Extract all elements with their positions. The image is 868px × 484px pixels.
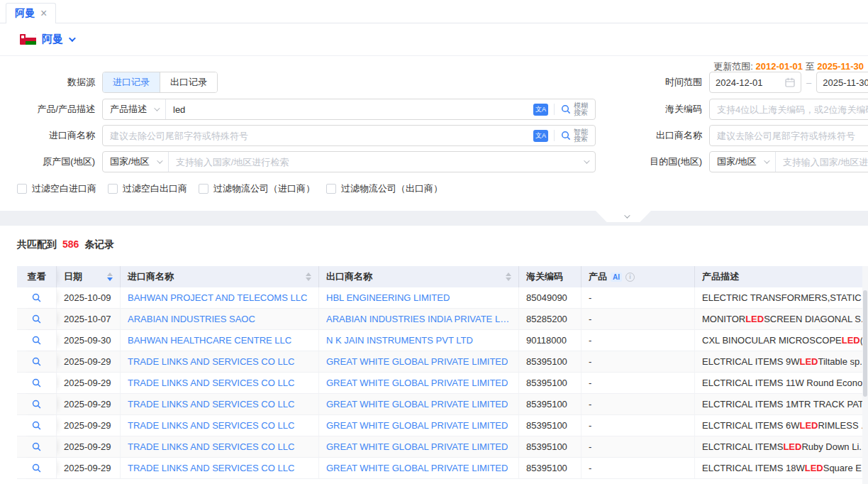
exporter-link[interactable]: HBL ENGINEERING LIMITED <box>326 292 450 303</box>
checkbox-filter-blank-exporter[interactable]: 过滤空白出口商 <box>108 182 187 195</box>
table-row: 2025-09-30 BAHWAN HEALTHCARE CENTRE LLC … <box>17 330 868 351</box>
magnifier-icon <box>31 420 42 431</box>
scrollbar-thumb[interactable] <box>863 290 867 397</box>
product-search-group: 产品描述 文A 模糊 搜索 <box>102 99 596 120</box>
row-hs-code: 85049090 <box>519 287 582 308</box>
row-product: - <box>582 309 695 329</box>
chevron-down-icon <box>624 212 630 218</box>
view-button[interactable] <box>31 463 42 473</box>
exporter-link[interactable]: ARABIAN INDUSTRIES INDIA PRIVATE LIMIT..… <box>326 314 511 324</box>
checkbox-filter-blank-importer[interactable]: 过滤空白进口商 <box>17 182 96 195</box>
row-date: 2025-09-29 <box>57 373 121 393</box>
view-button[interactable] <box>31 441 42 452</box>
chevron-down-icon <box>157 158 162 163</box>
row-date: 2025-09-29 <box>57 436 121 457</box>
chevron-down-icon[interactable] <box>69 35 76 42</box>
importer-link[interactable]: BAHWAN PROJECT AND TELECOMS LLC <box>128 292 307 303</box>
search-form: 更新范围: 2012-01-01 至 2025-11-30 数据源 进口记录 出… <box>0 56 868 211</box>
destination-country-input[interactable] <box>776 152 868 172</box>
header-date[interactable]: 日期 <box>57 266 121 287</box>
exporter-label: 出口商名称 <box>640 129 702 142</box>
importer-link[interactable]: TRADE LINKS AND SERVICES CO LLC <box>128 378 294 388</box>
origin-country-select[interactable]: 国家/地区 <box>103 152 169 172</box>
close-icon[interactable]: × <box>40 8 47 19</box>
collapse-button[interactable] <box>596 211 651 222</box>
exporter-link[interactable]: GREAT WHITE GLOBAL PRIVATE LIMITED <box>326 399 508 409</box>
row-product: - <box>582 373 695 393</box>
country-selector[interactable]: 阿曼 <box>42 33 63 46</box>
translate-icon[interactable]: 文A <box>533 130 548 142</box>
calendar-icon[interactable] <box>785 77 795 87</box>
product-label: 产品/产品描述 <box>17 103 95 116</box>
exporter-link[interactable]: GREAT WHITE GLOBAL PRIVATE LIMITED <box>326 420 508 431</box>
checkbox-filter-logistics-importer[interactable]: 过滤物流公司（进口商） <box>199 182 315 195</box>
search-icon <box>560 104 572 115</box>
header-exporter[interactable]: 出口商名称 <box>319 266 519 287</box>
date-start-input[interactable] <box>716 77 781 88</box>
importer-link[interactable]: TRADE LINKS AND SERVICES CO LLC <box>128 356 294 367</box>
row-description: ELECTRIC TRANSFORMERS,STATIC C... <box>695 287 868 308</box>
magnifier-icon <box>31 314 42 324</box>
importer-link[interactable]: TRADE LINKS AND SERVICES CO LLC <box>128 463 294 473</box>
date-end-input[interactable] <box>823 77 868 88</box>
view-button[interactable] <box>31 399 42 409</box>
product-search-input[interactable] <box>166 99 526 119</box>
translate-icon[interactable]: 文A <box>533 104 548 116</box>
exporter-link[interactable]: GREAT WHITE GLOBAL PRIVATE LIMITED <box>326 463 508 473</box>
checkbox-filter-logistics-exporter[interactable]: 过滤物流公司（出口商） <box>326 182 443 195</box>
importer-link[interactable]: ARABIAN INDUSTRIES SAOC <box>128 314 255 324</box>
sort-icon[interactable] <box>306 273 311 281</box>
checkbox-icon <box>326 184 336 194</box>
origin-country-input[interactable] <box>169 152 584 172</box>
view-button[interactable] <box>31 314 42 324</box>
header-hs-code: 海关编码 <box>519 266 582 287</box>
table-row: 2025-09-29 TRADE LINKS AND SERVICES CO L… <box>17 373 868 394</box>
view-button[interactable] <box>31 378 42 388</box>
row-description: ELCTRICAL ITEMS 9W LED Tiltable sp... <box>695 351 868 372</box>
row-product: - <box>582 394 695 414</box>
importer-link[interactable]: BAHWAN HEALTHCARE CENTRE LLC <box>128 335 291 346</box>
view-button[interactable] <box>31 356 42 367</box>
exporter-input[interactable] <box>709 125 868 146</box>
row-hs-code: 85395100 <box>519 436 582 457</box>
data-source-label: 数据源 <box>17 76 95 89</box>
row-description: MONITOR LED SCREEN DIAGONAL S... <box>695 309 868 329</box>
collapse-band <box>0 211 868 226</box>
header-product: 产品 AI i <box>582 266 695 287</box>
chevron-down-icon[interactable] <box>584 158 589 163</box>
row-date: 2025-10-09 <box>57 287 121 308</box>
checkbox-icon <box>17 184 27 194</box>
match-count-line: 共匹配到 586 条记录 <box>17 238 114 251</box>
toggle-export-records[interactable]: 出口记录 <box>160 72 217 92</box>
row-date: 2025-09-29 <box>57 458 121 478</box>
sort-icon[interactable] <box>107 273 113 281</box>
magnifier-icon <box>31 335 42 346</box>
destination-country-select[interactable]: 国家/地区 <box>710 152 776 172</box>
exporter-link[interactable]: GREAT WHITE GLOBAL PRIVATE LIMITED <box>326 378 508 388</box>
importer-input[interactable] <box>103 126 526 145</box>
product-type-select[interactable]: 产品描述 <box>103 99 166 119</box>
toggle-import-records[interactable]: 进口记录 <box>103 72 160 92</box>
header-importer[interactable]: 进口商名称 <box>121 266 319 287</box>
importer-link[interactable]: TRADE LINKS AND SERVICES CO LLC <box>128 399 294 409</box>
row-date: 2025-09-29 <box>57 394 121 414</box>
hs-code-input[interactable] <box>709 99 868 120</box>
checkbox-icon <box>199 184 208 194</box>
view-button[interactable] <box>31 335 42 346</box>
info-icon[interactable]: i <box>625 273 635 282</box>
vertical-scrollbar[interactable] <box>862 266 868 484</box>
table-body: 2025-10-09 BAHWAN PROJECT AND TELECOMS L… <box>17 287 868 479</box>
exporter-link[interactable]: GREAT WHITE GLOBAL PRIVATE LIMITED <box>326 356 508 367</box>
view-button[interactable] <box>31 420 42 431</box>
smart-search-button[interactable]: 智能 搜索 <box>560 128 588 143</box>
row-description: ELCTRICAL ITEMS 18W LED Square E... <box>695 458 868 478</box>
sort-icon[interactable] <box>506 273 511 281</box>
importer-link[interactable]: TRADE LINKS AND SERVICES CO LLC <box>128 441 294 452</box>
view-button[interactable] <box>31 292 42 303</box>
tab-oman[interactable]: 阿曼 × <box>6 3 56 24</box>
exporter-link[interactable]: N K JAIN INSTRUMENTS PVT LTD <box>326 335 473 346</box>
filter-checkbox-row: 过滤空白进口商 过滤空白出口商 过滤物流公司（进口商） 过滤物流公司（出口商） <box>17 182 443 195</box>
fuzzy-search-button[interactable]: 模糊 搜索 <box>560 102 588 116</box>
importer-link[interactable]: TRADE LINKS AND SERVICES CO LLC <box>128 420 294 431</box>
exporter-link[interactable]: GREAT WHITE GLOBAL PRIVATE LIMITED <box>326 441 508 452</box>
